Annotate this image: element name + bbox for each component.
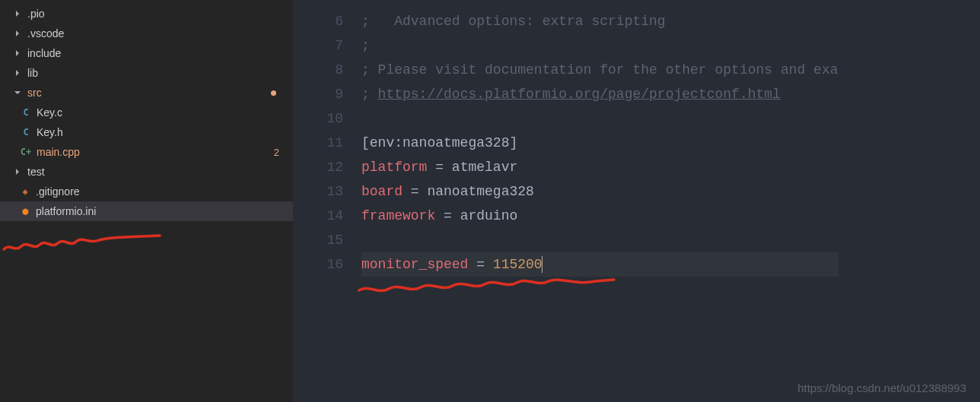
modified-dot-icon: [271, 90, 276, 96]
code-editor[interactable]: 678910111213141516 ; Advanced options: e…: [293, 0, 980, 402]
code-line[interactable]: ; https://docs.platformio.org/page/proje…: [361, 82, 838, 106]
token-equals: =: [402, 184, 427, 199]
file-main-cpp[interactable]: C+main.cpp2: [0, 142, 293, 162]
chevron-right-icon: [14, 30, 21, 37]
line-number: 16: [293, 252, 343, 277]
tree-item-label: Key.h: [37, 126, 63, 138]
token-comment: ; Please visit documentation for the oth…: [361, 62, 838, 78]
token-key: board: [361, 184, 402, 199]
token-number: 115200: [493, 257, 542, 272]
tree-item-label: .gitignore: [36, 185, 80, 198]
line-number: 15: [293, 228, 343, 252]
code-content[interactable]: ; Advanced options: extra scripting;; Pl…: [361, 0, 838, 402]
line-number: 8: [293, 58, 343, 82]
code-line[interactable]: [361, 106, 838, 131]
line-number: 9: [293, 82, 343, 106]
file-icon-c: C: [18, 106, 34, 119]
file--gitignore[interactable]: ◈.gitignore: [0, 182, 293, 201]
file-icon-cpp: C+: [18, 146, 34, 158]
code-line[interactable]: ;: [361, 33, 838, 58]
file-icon-git: ◈: [17, 185, 33, 198]
token-comment: ;: [361, 38, 370, 53]
file-icon-c: C: [18, 126, 34, 138]
chevron-right-icon: [14, 10, 21, 17]
file-explorer-sidebar[interactable]: .pio.vscodeincludelibsrcCKey.cCKey.hC+ma…: [0, 0, 293, 402]
tree-item-label: .vscode: [27, 27, 64, 40]
token-equals: =: [468, 257, 492, 272]
line-number: 10: [293, 106, 343, 131]
token-comment: ;: [361, 87, 378, 102]
line-number: 11: [293, 131, 343, 155]
chevron-down-icon: [14, 89, 21, 97]
token-key: monitor_speed: [361, 257, 468, 272]
tree-item-label: test: [27, 166, 45, 178]
line-number: 6: [293, 9, 343, 33]
line-number: 14: [293, 204, 343, 228]
token-key: platform: [361, 160, 427, 175]
tree-item-label: .pio: [27, 8, 45, 20]
file-icon-pio: ⬢: [17, 205, 33, 217]
folder-test[interactable]: test: [0, 162, 293, 182]
code-line[interactable]: ; Advanced options: extra scripting: [361, 9, 838, 33]
text-cursor: [542, 256, 542, 273]
folder-include[interactable]: include: [0, 43, 293, 63]
folder--vscode[interactable]: .vscode: [0, 24, 293, 43]
line-number: 13: [293, 179, 343, 204]
problems-badge: 2: [274, 147, 279, 158]
token-section: [env:nanoatmega328]: [361, 135, 517, 150]
code-line[interactable]: framework = arduino: [361, 204, 838, 228]
token-comment: ; Advanced options: extra scripting: [361, 14, 666, 29]
token-value: arduino: [460, 208, 518, 223]
tree-item-label: main.cpp: [37, 146, 80, 158]
code-line[interactable]: [env:nanoatmega328]: [361, 131, 838, 155]
folder-lib[interactable]: lib: [0, 63, 293, 83]
file-platformio-ini[interactable]: ⬢platformio.ini: [0, 201, 293, 221]
chevron-right-icon: [14, 69, 21, 77]
code-line[interactable]: [361, 228, 838, 252]
token-key: framework: [361, 208, 435, 223]
watermark-text: https://blog.csdn.net/u012388993: [797, 381, 966, 394]
code-line[interactable]: monitor_speed = 115200: [361, 252, 838, 277]
chevron-right-icon: [14, 168, 21, 176]
tree-item-label: src: [27, 87, 42, 99]
token-value: atmelavr: [452, 160, 517, 175]
tree-item-label: include: [27, 47, 61, 59]
chevron-right-icon: [14, 49, 21, 57]
code-line[interactable]: platform = atmelavr: [361, 155, 838, 179]
tree-item-label: platformio.ini: [36, 205, 96, 217]
tree-item-label: Key.c: [37, 106, 62, 119]
token-link: https://docs.platformio.org/page/project…: [378, 87, 781, 102]
code-line[interactable]: ; Please visit documentation for the oth…: [361, 58, 838, 82]
tree-item-label: lib: [27, 67, 38, 79]
token-equals: =: [435, 208, 460, 223]
code-line[interactable]: board = nanoatmega328: [361, 179, 838, 204]
token-equals: =: [427, 160, 451, 175]
line-number: 12: [293, 155, 343, 179]
folder--pio[interactable]: .pio: [0, 4, 293, 24]
line-gutter: 678910111213141516: [293, 0, 361, 402]
file-key-c[interactable]: CKey.c: [0, 103, 293, 122]
token-value: nanoatmega328: [427, 184, 533, 199]
line-number: 7: [293, 33, 343, 58]
folder-src[interactable]: src: [0, 83, 293, 103]
file-key-h[interactable]: CKey.h: [0, 122, 293, 142]
